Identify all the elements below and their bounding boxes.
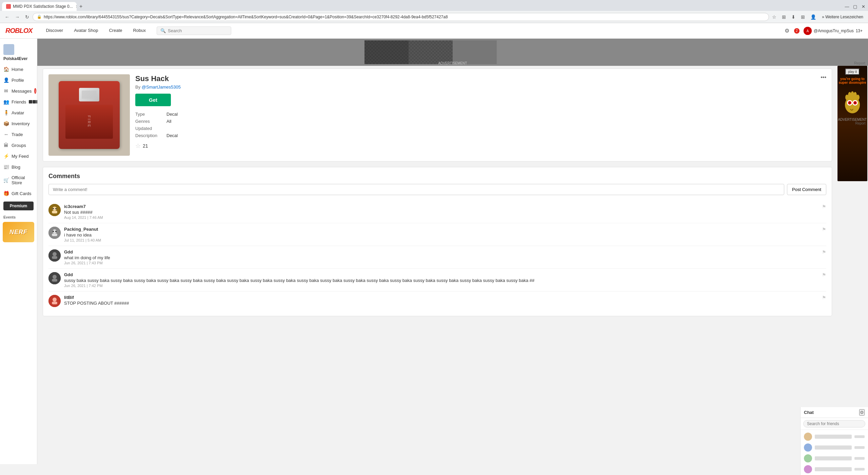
comment-flag-4[interactable]: ⚑	[822, 272, 826, 288]
settings-icon-button[interactable]: ⚙	[784, 27, 790, 35]
comment-input[interactable]	[48, 184, 784, 195]
events-section-label: Events	[0, 213, 37, 220]
nav-discover[interactable]: Discover	[41, 23, 69, 39]
sidebar-item-trade[interactable]: ↔ Trade	[0, 129, 37, 140]
blog-icon: 📰	[3, 164, 9, 170]
sidebar-item-profile[interactable]: 👤 Profile	[0, 75, 37, 86]
chat-search-input[interactable]	[803, 420, 865, 428]
reload-button[interactable]: ↻	[23, 13, 31, 21]
messages-icon: ✉	[3, 88, 9, 94]
ad-label: ADVERTISEMENT	[438, 61, 467, 65]
right-ad-play-button[interactable]: play it	[845, 69, 860, 75]
sidebar-item-inventory[interactable]: 📦 Inventory	[0, 118, 37, 129]
svg-point-40	[856, 95, 860, 100]
search-bar[interactable]: 🔍	[157, 26, 231, 35]
sidebar-item-avatar[interactable]: 🧍 Avatar	[0, 107, 37, 118]
comment-flag-2[interactable]: ⚑	[822, 227, 826, 242]
minimize-button[interactable]: —	[844, 4, 850, 9]
doomspire-svg	[842, 88, 863, 115]
comments-title: Comments	[48, 173, 826, 180]
active-tab[interactable]: MMD PDX Satisfaction Stage 0... ✕	[2, 2, 77, 11]
ad-report-link[interactable]: Report	[854, 61, 865, 65]
svg-rect-6	[497, 40, 541, 64]
premium-button[interactable]: Premium	[3, 202, 34, 210]
nav-robux[interactable]: Robux	[127, 23, 151, 39]
item-more-button[interactable]: •••	[821, 74, 826, 80]
item-creator-link[interactable]: @SmartJames5305	[142, 84, 181, 90]
comment-flag-5[interactable]: ⚑	[822, 295, 826, 307]
sidebar-username: Polska4Ever	[3, 56, 27, 61]
comment-username-4[interactable]: Gdd	[64, 272, 818, 277]
giftcard-icon: 🎁	[3, 191, 9, 196]
profile-icon-button[interactable]: 👤	[809, 13, 818, 21]
weitre-lesezeichen-button[interactable]: » Weitere Lesezeichen	[820, 14, 865, 20]
comment-flag-1[interactable]: ⚑	[822, 204, 826, 220]
sidebar-item-blog[interactable]: 📰 Blog	[0, 162, 37, 172]
chat-friend-4[interactable]	[801, 464, 868, 464]
sidebar-item-friends[interactable]: 👥 Friends	[0, 96, 37, 107]
comment-text-4: sussy baka sussy baka sussy baka sussy b…	[64, 278, 818, 283]
chat-friend-1[interactable]	[801, 431, 868, 442]
item-detail: FIRE Sus Hack ••• By @SmartJames5305	[37, 66, 837, 319]
sidebar-label-avatar: Avatar	[12, 110, 24, 115]
sidebar-item-groups[interactable]: 🏛 Groups	[0, 140, 37, 151]
comment-username-5[interactable]: litBif	[64, 295, 818, 300]
nerf-logo: NERF	[9, 229, 27, 236]
rating-count: 21	[143, 143, 148, 149]
back-button[interactable]: ←	[3, 13, 12, 21]
profile-icon: 👤	[3, 77, 9, 83]
friend-dot	[29, 100, 32, 103]
nav-user[interactable]: A @AmogusTru_mpSus 13+	[804, 27, 863, 35]
sidebar-item-my-feed[interactable]: ⚡ My Feed	[0, 151, 37, 162]
svg-rect-22	[52, 256, 57, 259]
events-nerf-banner[interactable]: NERF	[3, 222, 34, 242]
download-button[interactable]: ⬇	[790, 13, 797, 21]
strobe-light	[79, 88, 99, 101]
post-comment-button[interactable]: Post Comment	[787, 184, 826, 195]
item-by: By @SmartJames5305	[135, 84, 826, 90]
doomspire-character	[842, 88, 863, 115]
bookmark-button[interactable]: ☆	[770, 13, 778, 21]
forward-button[interactable]: →	[13, 13, 22, 21]
chat-friend-2[interactable]	[801, 442, 868, 453]
chat-friend-3[interactable]	[801, 453, 868, 464]
roblox-logo[interactable]: ROBLOX	[5, 27, 33, 35]
close-button[interactable]: ✕	[861, 4, 866, 9]
sidebar-label-messages: Messages	[12, 89, 32, 94]
svg-point-27	[53, 298, 57, 302]
maximize-button[interactable]: ▢	[852, 4, 858, 9]
chat-friends-list	[801, 430, 868, 464]
comment-flag-3[interactable]: ⚑	[822, 249, 826, 265]
chat-friend-status-2	[854, 446, 865, 449]
new-tab-button[interactable]: +	[77, 2, 85, 11]
sidebar-label-trade: Trade	[12, 132, 23, 137]
toolbar-right: ☆ ⊞ ⬇ ⊞ 👤 » Weitere Lesezeichen	[770, 13, 865, 21]
comment-body-5: litBif STOP POSTING ABOUT ######	[64, 295, 818, 307]
chat-settings-button[interactable]: ⚙	[859, 409, 865, 416]
grid-button[interactable]: ⊞	[799, 13, 807, 21]
sidebar-item-gift-cards[interactable]: 🎁 Gift Cards	[0, 188, 37, 199]
nav-avatar: A	[804, 27, 812, 35]
meta-value-genres: All	[166, 119, 826, 124]
sidebar-label-friends: Friends	[12, 99, 26, 104]
get-button[interactable]: Get	[135, 94, 171, 106]
main-content: ADVERTISEMENT Report FIRE	[37, 39, 868, 464]
comment-username-3[interactable]: Gdd	[64, 249, 818, 254]
search-input[interactable]	[168, 28, 228, 33]
comment-3: Gdd what im doing of my life Jun 26, 202…	[48, 246, 826, 269]
extensions-button[interactable]: ⊞	[780, 13, 788, 21]
comment-avatar-2	[48, 227, 61, 239]
comment-avatar-4	[48, 272, 61, 284]
sidebar-item-home[interactable]: 🏠 Home	[0, 64, 37, 75]
sidebar-item-official-store[interactable]: 🛒 Official Store	[0, 172, 37, 188]
comment-username-2[interactable]: Packing_Peanut	[64, 227, 818, 232]
nav-create[interactable]: Create	[103, 23, 127, 39]
url-bar[interactable]: 🔒 https://www.roblox.com/library/6445543…	[33, 13, 769, 21]
chat-friend-status-3	[854, 457, 865, 460]
svg-text:A: A	[807, 29, 809, 33]
comment-username-1[interactable]: ic3cream7	[64, 204, 818, 209]
right-ad-report[interactable]: Report	[838, 121, 867, 125]
nav-avatar-shop[interactable]: Avatar Shop	[68, 23, 103, 39]
sidebar-item-messages[interactable]: ✉ Messages 1	[0, 86, 37, 96]
tab-title: MMD PDX Satisfaction Stage 0...	[13, 4, 73, 9]
